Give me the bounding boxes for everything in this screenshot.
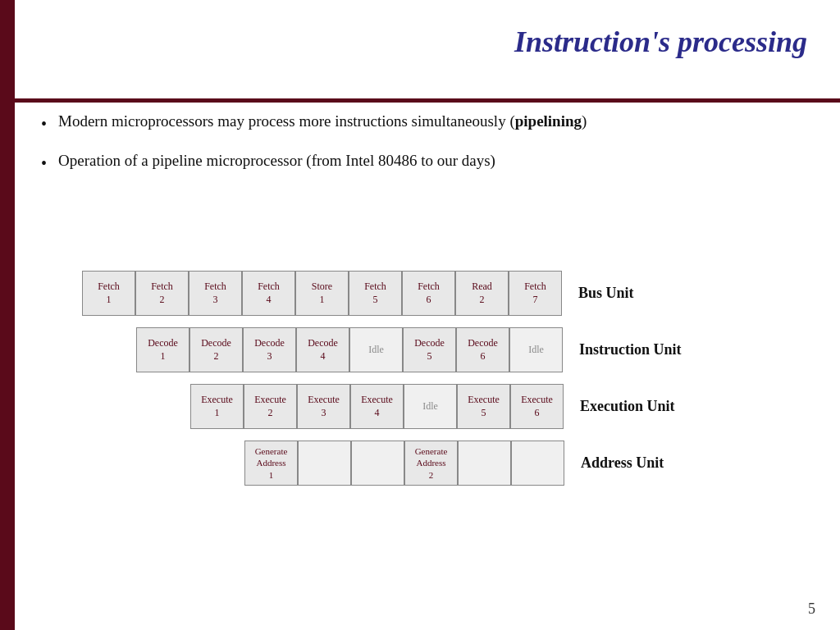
eu-cell-7: Execute6: [510, 384, 564, 429]
bus-unit-row: Fetch1 Fetch2 Fetch3 Fetch4 Store1 Fetch…: [82, 271, 824, 316]
address-unit-row: GenerateAddress1 GenerateAddress2 Addres…: [244, 441, 824, 486]
eu-cell-1: Execute1: [190, 384, 244, 429]
eu-cell-6: Execute5: [457, 384, 510, 429]
iu-cell-1: Decode1: [136, 327, 189, 372]
au-cell-4: GenerateAddress2: [404, 441, 458, 486]
au-cell-2: [298, 441, 351, 486]
bus-cell-5: Store1: [295, 271, 349, 316]
pipeline-diagram: Fetch1 Fetch2 Fetch3 Fetch4 Store1 Fetch…: [82, 271, 824, 497]
eu-cell-2: Execute2: [244, 384, 297, 429]
bus-cell-6: Fetch5: [349, 271, 402, 316]
title-area: Instruction's processing: [514, 25, 807, 59]
eu-cell-5-idle: Idle: [404, 384, 457, 429]
bullet-dot-1: •: [41, 112, 47, 135]
bullet-dot-2: •: [41, 152, 47, 175]
iu-cell-7: Decode6: [456, 327, 509, 372]
top-bar: [0, 98, 840, 103]
bullet-text-2: Operation of a pipeline microprocessor (…: [58, 150, 495, 172]
iu-cell-3: Decode3: [243, 327, 296, 372]
bullet-list: • Modern microprocessors may process mor…: [41, 111, 807, 175]
au-cell-3: [351, 441, 404, 486]
page-number: 5: [808, 600, 815, 618]
left-bar: [0, 0, 15, 630]
eu-cell-3: Execute3: [297, 384, 350, 429]
eu-cell-4: Execute4: [350, 384, 404, 429]
au-cell-5: [458, 441, 511, 486]
bus-cell-3: Fetch3: [189, 271, 242, 316]
bus-cell-9: Fetch7: [509, 271, 562, 316]
au-cell-1: GenerateAddress1: [244, 441, 298, 486]
bus-cell-4: Fetch4: [242, 271, 295, 316]
address-unit-cells: GenerateAddress1 GenerateAddress2: [244, 441, 564, 486]
execution-unit-label: Execution Unit: [580, 398, 675, 415]
execution-unit-cells: Execute1 Execute2 Execute3 Execute4 Idle…: [190, 384, 564, 429]
bus-unit-cells: Fetch1 Fetch2 Fetch3 Fetch4 Store1 Fetch…: [82, 271, 562, 316]
iu-cell-5-idle: Idle: [349, 327, 403, 372]
bus-unit-label: Bus Unit: [578, 285, 634, 302]
iu-cell-6: Decode5: [403, 327, 456, 372]
instruction-unit-label: Instruction Unit: [579, 341, 682, 358]
bullet-text-1: Modern microprocessors may process more …: [58, 111, 587, 133]
page-title: Instruction's processing: [514, 25, 807, 58]
iu-cell-8-idle: Idle: [509, 327, 563, 372]
bus-cell-1: Fetch1: [82, 271, 135, 316]
bold-pipelining: pipelining: [515, 112, 582, 130]
bus-cell-2: Fetch2: [135, 271, 189, 316]
address-unit-label: Address Unit: [581, 454, 664, 472]
au-cell-6: [511, 441, 564, 486]
iu-cell-2: Decode2: [189, 327, 243, 372]
instruction-unit-cells: Decode1 Decode2 Decode3 Decode4 Idle Dec…: [136, 327, 563, 372]
content-area: • Modern microprocessors may process mor…: [41, 111, 807, 199]
bullet-item-2: • Operation of a pipeline microprocessor…: [41, 150, 807, 175]
instruction-unit-row: Decode1 Decode2 Decode3 Decode4 Idle Dec…: [136, 327, 824, 372]
bus-cell-8: Read2: [455, 271, 509, 316]
iu-cell-4: Decode4: [296, 327, 349, 372]
bus-cell-7: Fetch6: [402, 271, 455, 316]
execution-unit-row: Execute1 Execute2 Execute3 Execute4 Idle…: [190, 384, 824, 429]
bullet-item-1: • Modern microprocessors may process mor…: [41, 111, 807, 135]
